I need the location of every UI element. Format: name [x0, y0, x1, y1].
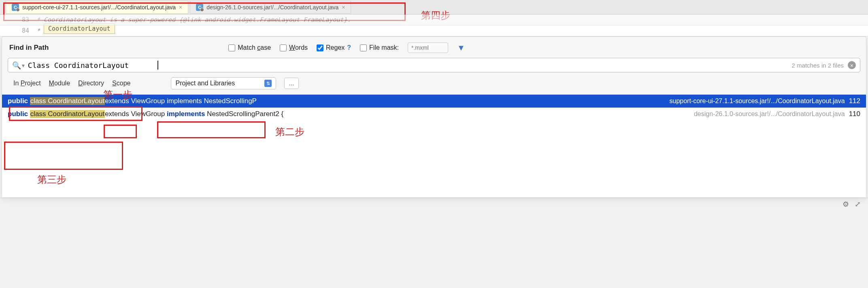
- result-code-rest: extends ViewGroup implements NestedScrol…: [105, 110, 283, 118]
- regex-checkbox[interactable]: Regex ?: [317, 44, 351, 51]
- class-file-icon: C: [12, 4, 19, 11]
- annotation-step1: 第一步: [103, 88, 132, 101]
- editor-code-line: 83 * CoordinatorLayout is a super-powere…: [0, 15, 868, 25]
- find-in-path-dialog: Find in Path Match case Words Regex ?: [2, 36, 866, 198]
- match-highlight: class CoordinatorLayout: [30, 110, 105, 118]
- scope-select-value: Project and Libraries: [175, 80, 235, 87]
- editor-code-line: 84 *: [0, 25, 868, 36]
- result-line-no: 110: [849, 110, 860, 118]
- close-icon[interactable]: ×: [179, 4, 182, 11]
- editor-tab-active[interactable]: C support-core-ui-27.1.1-sources.jar!/..…: [6, 1, 188, 14]
- scope-browse-button[interactable]: ...: [284, 78, 298, 89]
- status-bar: ⚙ ⤢: [0, 198, 868, 210]
- match-case-checkbox[interactable]: Match case: [228, 44, 271, 51]
- clear-icon[interactable]: ✕: [848, 61, 856, 69]
- gutter-line-no: 83: [0, 16, 36, 23]
- search-input[interactable]: [28, 61, 157, 70]
- code-text: *: [36, 25, 40, 36]
- match-case-input[interactable]: [228, 44, 235, 51]
- chevron-updown-icon: ⇅: [264, 80, 272, 87]
- words-checkbox[interactable]: Words: [280, 44, 308, 51]
- gutter-line-no: 84: [0, 27, 36, 34]
- text-cursor: [157, 61, 158, 70]
- match-count-label: 2 matches in 2 files: [792, 62, 844, 69]
- annotation-step2: 第二步: [275, 125, 304, 138]
- dialog-title: Find in Path: [9, 44, 49, 52]
- words-input[interactable]: [280, 44, 287, 51]
- keyword-public: public: [8, 97, 28, 105]
- class-file-icon: C: [196, 4, 203, 11]
- match-case-label: Match case: [238, 44, 271, 51]
- result-line-no: 112: [849, 97, 860, 105]
- result-path: support-core-ui-27.1.1-sources.jar!/.../…: [670, 97, 845, 105]
- search-field-container[interactable]: 🔍▾ 2 matches in 2 files ✕: [8, 58, 860, 72]
- keyword-public: public: [8, 110, 28, 118]
- gear-icon[interactable]: ⚙: [842, 200, 849, 209]
- close-icon[interactable]: ×: [342, 4, 345, 11]
- search-icon: 🔍▾: [12, 61, 26, 70]
- annotation-step3: 第三步: [37, 173, 66, 186]
- match-highlight: class CoordinatorLayout: [30, 97, 105, 105]
- file-mask-field[interactable]: [408, 42, 448, 53]
- tab-label: design-26.1.0-sources.jar!/.../Coordinat…: [206, 4, 338, 11]
- regex-label: Regex: [326, 44, 345, 51]
- words-label: Words: [289, 44, 308, 51]
- code-text: * CoordinatorLayout is a super-powered {…: [36, 15, 351, 25]
- overflow-icon[interactable]: ⤢: [855, 200, 861, 209]
- tab-label: support-core-ui-27.1.1-sources.jar!/.../…: [22, 4, 176, 11]
- scope-tab-directory[interactable]: Directory: [78, 80, 104, 87]
- regex-help-icon[interactable]: ?: [347, 44, 351, 51]
- result-row[interactable]: public class CoordinatorLayout extends V…: [2, 108, 866, 121]
- scope-tab-scope[interactable]: Scope: [112, 80, 130, 87]
- scope-tab-module[interactable]: Module: [49, 80, 70, 87]
- file-mask-label: File mask:: [369, 44, 399, 51]
- file-mask-checkbox[interactable]: File mask:: [360, 44, 399, 51]
- result-path: design-26.1.0-sources.jar!/.../Coordinat…: [694, 110, 845, 118]
- filter-icon[interactable]: ▼: [457, 43, 465, 53]
- scope-tab-project[interactable]: In Project: [13, 80, 41, 87]
- editor-tab-inactive[interactable]: C design-26.1.0-sources.jar!/.../Coordin…: [190, 1, 351, 14]
- results-blank: [2, 121, 866, 197]
- regex-input[interactable]: [317, 44, 323, 51]
- file-mask-input[interactable]: [360, 44, 367, 51]
- scope-select[interactable]: Project and Libraries ⇅: [171, 77, 276, 89]
